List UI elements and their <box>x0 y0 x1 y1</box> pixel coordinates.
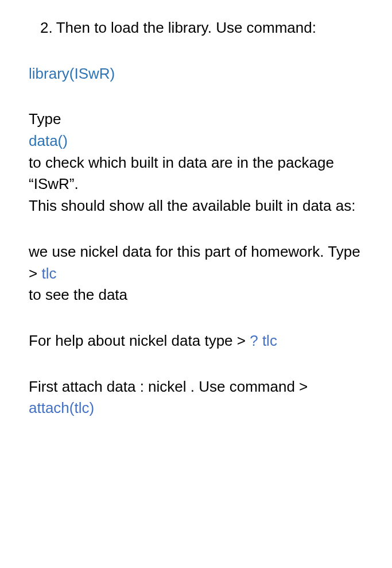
list-number: 2. <box>40 17 53 39</box>
help-prefix: For help about nickel data type > <box>29 332 250 349</box>
code-library-iswr: library(ISwR) <box>29 65 115 82</box>
type-label: Type <box>29 109 363 130</box>
use-nickel-line: we use nickel data for this part of home… <box>29 241 363 284</box>
help-line: For help about nickel data type > ? tlc <box>29 330 363 352</box>
code-data-call: data() <box>29 130 363 152</box>
code-tlc: tlc <box>41 265 56 282</box>
check-builtin-text: to check which built in data are in the … <box>29 152 363 195</box>
use-nickel-prefix: we use nickel data for this part of home… <box>29 243 360 282</box>
attach-line: First attach data : nickel . Use command… <box>29 376 363 419</box>
ordered-list-item: 2. Then to load the library. Use command… <box>29 17 363 39</box>
code-help-tlc: ? tlc <box>250 332 277 349</box>
attach-prefix: First attach data : nickel . Use command… <box>29 378 308 395</box>
show-available-text: This should show all the available built… <box>29 195 363 217</box>
list-text: Then to load the library. Use command: <box>56 17 316 39</box>
to-see-data-text: to see the data <box>29 284 363 306</box>
code-attach-tlc: attach(tlc) <box>29 399 94 416</box>
